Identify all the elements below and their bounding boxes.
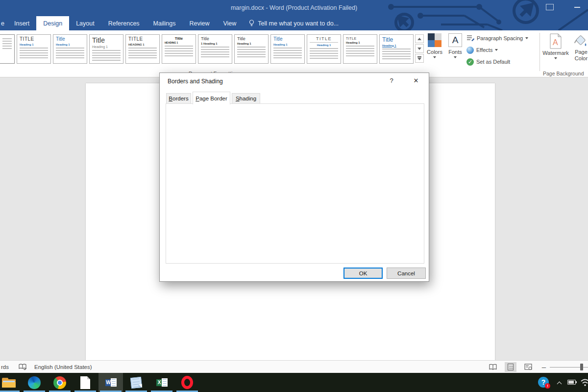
colors-button[interactable]: Colors [424, 33, 445, 58]
tab-references[interactable]: References [101, 16, 147, 30]
style-gallery-item[interactable]: TitleHeading 1 [270, 34, 305, 64]
web-layout-button[interactable] [523, 363, 533, 371]
style-gallery-item[interactable]: Title1 Heading 1 [198, 34, 232, 64]
file-explorer-icon [2, 378, 16, 388]
style-gallery-item[interactable]: TitleHeading 1 [234, 34, 269, 64]
dropdown-arrow-icon [454, 56, 457, 58]
taskbar-opera-button[interactable] [175, 373, 199, 392]
tray-battery-icon[interactable] [567, 380, 576, 385]
print-layout-icon [508, 364, 514, 370]
tab-insert[interactable]: Insert [7, 16, 36, 30]
word-icon: W [105, 378, 117, 387]
dialog-close-button[interactable]: ✕ [409, 75, 423, 87]
thumbnail-text-lines [56, 48, 84, 59]
fonts-letter-icon: A [448, 33, 462, 47]
dropdown-arrow-icon [495, 49, 498, 51]
status-bar: rds English (United States) – [0, 360, 588, 373]
dialog-title: Borders and Shading [168, 78, 223, 85]
effects-sphere-icon [466, 47, 474, 54]
down-arrow-icon [417, 48, 421, 50]
tab-view[interactable]: View [216, 16, 243, 30]
taskbar-edge-button[interactable] [22, 373, 47, 392]
effects-button[interactable]: Effects [466, 45, 498, 55]
tab-layout[interactable]: Layout [69, 16, 101, 30]
taskbar-notepad-button[interactable] [124, 373, 148, 392]
tab-mailings[interactable]: Mailings [147, 16, 183, 30]
style-gallery-item[interactable]: TITLEHeading 1 [307, 34, 341, 64]
thumbnail-text-lines [92, 50, 121, 62]
fonts-button[interactable]: A Fonts [446, 33, 465, 58]
taskbar-document-button[interactable] [73, 373, 98, 392]
thumbnail-text-lines [165, 46, 193, 57]
ribbon-design: TITLEHeading 1 TitleHeading 1 TitleHeadi… [0, 30, 588, 77]
gallery-scroll-up-button[interactable] [415, 34, 424, 43]
tab-borders[interactable]: Borders [166, 93, 191, 104]
chrome-icon [53, 376, 66, 389]
more-styles-icon [417, 56, 421, 60]
tab-home-partial[interactable]: e [0, 16, 7, 30]
dropdown-arrow-icon [525, 37, 528, 39]
checkmark-icon: ✓ [466, 58, 474, 66]
dialog-title-bar[interactable]: Borders and Shading ? ✕ [160, 73, 429, 90]
notification-badge: ! [545, 383, 550, 389]
language-status[interactable]: English (United States) [34, 364, 92, 370]
window-title: margin.docx - Word (Product Activation F… [0, 4, 588, 11]
title-bar: margin.docx - Word (Product Activation F… [0, 0, 588, 30]
taskbar-word-button[interactable]: W [98, 373, 123, 392]
style-gallery-item[interactable]: TitleHeading 1 [379, 34, 414, 64]
dialog-help-button[interactable]: ? [385, 75, 398, 87]
taskbar-file-explorer-button[interactable] [0, 373, 21, 392]
tab-shading[interactable]: Shading [232, 93, 260, 104]
tray-wifi-icon[interactable] [580, 378, 588, 387]
word-count-partial[interactable]: rds [1, 364, 9, 370]
print-layout-button[interactable] [505, 362, 516, 372]
style-gallery-item[interactable]: TITLEHeading 1 [343, 34, 377, 64]
taskbar: W X ? ! [0, 373, 588, 392]
style-gallery-item[interactable] [0, 34, 15, 64]
set-as-default-button[interactable]: ✓ Set as Default [466, 57, 510, 67]
tray-chevron-up-icon[interactable] [558, 380, 561, 387]
lightbulb-icon [249, 20, 254, 27]
read-mode-button[interactable] [488, 363, 498, 371]
watermark-icon: A [548, 33, 563, 49]
up-arrow-icon [417, 38, 421, 40]
tab-design[interactable]: Design [36, 16, 69, 30]
thumbnail-text-lines [201, 47, 229, 58]
zoom-slider-thumb[interactable] [580, 364, 583, 370]
page-color-button[interactable]: Page Color [570, 33, 588, 62]
gallery-more-button[interactable] [415, 54, 424, 63]
taskbar-excel-button[interactable]: X [149, 373, 174, 392]
style-gallery-item[interactable]: TITLEHEADING 1 [125, 34, 160, 64]
gallery-scroll-down-button[interactable] [415, 44, 424, 53]
taskbar-chrome-button[interactable] [48, 373, 72, 392]
thumbnail-text-lines [128, 48, 157, 59]
dropdown-arrow-icon [554, 57, 557, 59]
proofing-status-icon[interactable] [18, 363, 27, 371]
thumbnail-text-lines [310, 48, 338, 60]
paragraph-spacing-icon [466, 35, 474, 42]
ribbon-display-options-icon[interactable] [546, 4, 554, 10]
thumbnail-text-lines [273, 48, 302, 59]
style-gallery-item[interactable]: TitleHEADING 1 [162, 34, 196, 64]
cancel-button[interactable]: Cancel [387, 268, 426, 279]
group-separator [539, 33, 540, 71]
tab-review[interactable]: Review [182, 16, 216, 30]
paragraph-spacing-button[interactable]: Paragraph Spacing [466, 33, 528, 43]
tray-help-notification-icon[interactable]: ? ! [538, 377, 550, 389]
style-gallery-item[interactable]: TitleHeading 1 [53, 34, 87, 64]
colors-palette-icon [428, 33, 441, 47]
zoom-out-button[interactable]: – [542, 363, 546, 371]
thumbnail-text-lines [20, 48, 48, 59]
tab-page-border[interactable]: Page Border [193, 92, 230, 104]
blank-document-icon [80, 376, 90, 389]
svg-text:A: A [553, 38, 558, 47]
style-gallery-item[interactable]: TitleHeading 1 [89, 34, 123, 64]
dropdown-arrow-icon [433, 56, 436, 58]
ok-button[interactable]: OK [343, 268, 383, 279]
watermark-button[interactable]: A Watermark [542, 33, 569, 59]
tell-me-box[interactable]: Tell me what you want to do... [243, 16, 344, 30]
style-gallery-item[interactable]: TITLEHeading 1 [17, 34, 51, 64]
zoom-slider[interactable] [550, 363, 588, 371]
minimize-icon[interactable] [574, 7, 580, 8]
thumbnail-text-lines [382, 49, 411, 60]
